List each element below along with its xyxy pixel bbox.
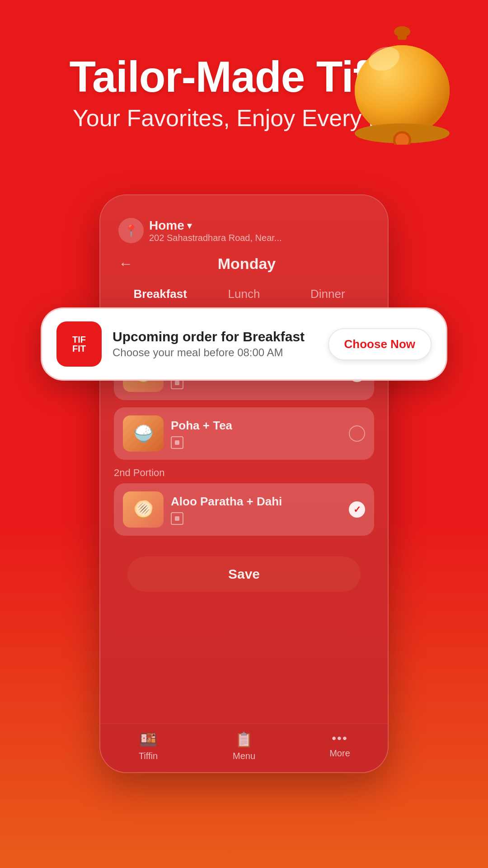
choose-now-button[interactable]: Choose Now — [328, 328, 432, 360]
more-icon: ••• — [332, 731, 347, 745]
location-name: Home ▾ — [149, 218, 282, 233]
checkmark-icon-3: ✓ — [353, 504, 361, 515]
meal-thumb-3: 🫓 — [123, 491, 164, 528]
save-button[interactable]: Save — [127, 557, 361, 592]
tiffit-logo-line2: FIT — [72, 344, 86, 353]
meal-thumb-2: 🍚 — [123, 415, 164, 452]
meal-tabs: Breakfast Lunch Dinner — [100, 280, 388, 309]
back-arrow-icon[interactable]: ← — [118, 255, 133, 272]
portion-label: 2nd Portion — [100, 467, 388, 483]
phone-container: 📍 Home ▾ 202 Sahastradhara Road, Near...… — [72, 158, 416, 782]
phone-topbar: 📍 Home ▾ 202 Sahastradhara Road, Near... — [100, 209, 388, 248]
location-address: 202 Sahastradhara Road, Near... — [149, 233, 282, 243]
nav-label-more: More — [329, 748, 350, 759]
nav-label-menu: Menu — [233, 751, 255, 761]
meal-name-3: Aloo Paratha + Dahi — [171, 495, 342, 509]
chevron-down-icon: ▾ — [187, 220, 192, 231]
phone-inner: 📍 Home ▾ 202 Sahastradhara Road, Near...… — [100, 195, 388, 772]
meal-badge-3 — [171, 512, 183, 525]
meal-select-3[interactable]: ✓ — [349, 501, 365, 518]
meal-info-2: Poha + Tea — [171, 419, 342, 449]
day-header: ← Monday — [100, 248, 388, 280]
notification-banner: TIF FIT Upcoming order for Breakfast Cho… — [41, 307, 447, 381]
tiffit-logo: TIF FIT — [56, 321, 102, 367]
nav-item-menu[interactable]: 📋 Menu — [196, 731, 292, 761]
save-btn-container: Save — [100, 543, 388, 601]
meal-badge-2 — [171, 436, 183, 449]
notification-content: Upcoming order for Breakfast Choose your… — [113, 329, 317, 359]
bottom-nav: 🍱 Tiffin 📋 Menu ••• More — [100, 723, 388, 772]
notification-subtitle: Choose your meal before 08:00 AM — [113, 346, 317, 359]
meal-food-icon-2: 🍚 — [123, 415, 164, 452]
meal-food-icon-3: 🫓 — [123, 491, 164, 528]
svg-point-3 — [355, 45, 450, 136]
bell-icon — [343, 18, 461, 145]
meal-info-3: Aloo Paratha + Dahi — [171, 495, 342, 525]
nav-item-more[interactable]: ••• More — [292, 731, 388, 761]
location-info: 📍 Home ▾ 202 Sahastradhara Road, Near... — [118, 218, 282, 243]
bell-icon-container — [343, 18, 461, 145]
tiffin-icon: 🍱 — [139, 731, 157, 748]
location-pin-icon: 📍 — [118, 218, 144, 243]
meal-select-2[interactable] — [349, 425, 365, 442]
tab-breakfast[interactable]: Breakfast — [118, 280, 202, 308]
nav-label-tiffin: Tiffin — [139, 751, 158, 761]
tab-lunch[interactable]: Lunch — [202, 280, 286, 308]
day-title: Monday — [142, 255, 370, 273]
menu-icon: 📋 — [235, 731, 253, 748]
tab-dinner[interactable]: Dinner — [286, 280, 370, 308]
svg-rect-1 — [398, 31, 407, 40]
nav-item-tiffin[interactable]: 🍱 Tiffin — [100, 731, 196, 761]
phone-frame: 📍 Home ▾ 202 Sahastradhara Road, Near...… — [99, 194, 389, 773]
location-text: Home ▾ 202 Sahastradhara Road, Near... — [149, 218, 282, 243]
meal-name-2: Poha + Tea — [171, 419, 342, 433]
tiffit-logo-line1: TIF — [72, 335, 86, 344]
meal-card-2[interactable]: 🍚 Poha + Tea — [114, 407, 374, 460]
notification-title: Upcoming order for Breakfast — [113, 329, 317, 344]
meal-card-3[interactable]: 🫓 Aloo Paratha + Dahi ✓ — [114, 483, 374, 536]
